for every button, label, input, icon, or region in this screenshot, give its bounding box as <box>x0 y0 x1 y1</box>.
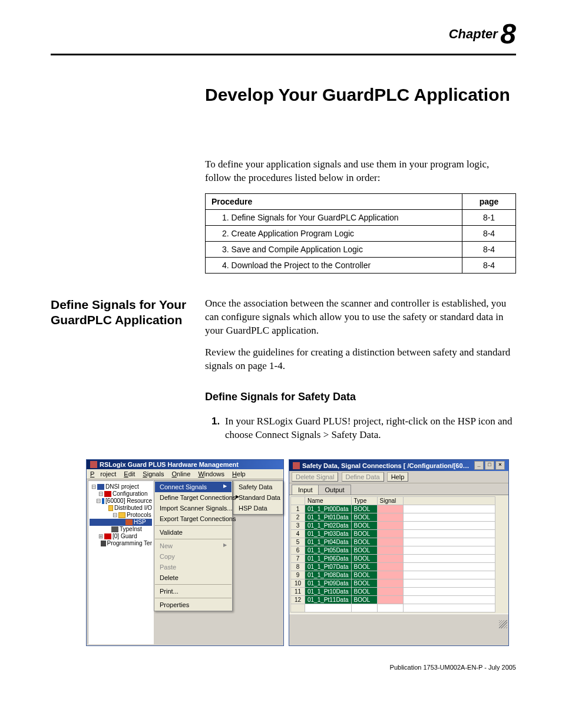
tree-item[interactable]: Distributed I/O <box>90 505 152 512</box>
cell-signal[interactable] <box>377 579 403 588</box>
context-menu-item[interactable]: Validate <box>155 527 232 538</box>
context-menu-item[interactable]: Connect Signals▶ <box>155 482 232 492</box>
menu-help[interactable]: Help <box>232 470 246 477</box>
cell-signal[interactable] <box>377 571 403 579</box>
menu-signals[interactable]: Signals <box>143 470 164 477</box>
cell-type[interactable]: BOOL <box>351 571 377 579</box>
row-number[interactable]: 6 <box>291 546 305 555</box>
table-row[interactable]: 801_1_Pt07DataBOOL <box>291 563 495 571</box>
row-number[interactable]: 2 <box>291 513 305 522</box>
row-number[interactable]: 12 <box>291 596 305 604</box>
table-row[interactable]: 201_1_Pt01DataBOOL <box>291 513 495 522</box>
close-icon[interactable]: × <box>495 461 505 470</box>
help-button[interactable]: Help <box>387 472 409 482</box>
context-menu-item[interactable]: Print... <box>155 586 232 597</box>
table-row[interactable]: 301_1_Pt02DataBOOL <box>291 522 495 530</box>
context-menu-item[interactable]: Export Target Connections <box>155 513 232 524</box>
cell-name[interactable]: 01_1_Pt11Data <box>305 596 352 604</box>
table-row[interactable]: 601_1_Pt05DataBOOL <box>291 546 495 555</box>
tree-item[interactable]: ⊟[60000] Resource <box>90 498 152 505</box>
tree-item[interactable]: Programming Ter <box>90 540 152 547</box>
context-menu[interactable]: Connect Signals▶Define Target Connection… <box>154 480 233 611</box>
tree-item[interactable]: ⊟Configuration <box>90 490 152 498</box>
submenu-item[interactable]: Safety Data <box>234 482 282 492</box>
cell-type[interactable]: BOOL <box>351 538 377 546</box>
tree-item[interactable]: ⊞[0] Guard <box>90 533 152 540</box>
row-number[interactable]: 8 <box>291 563 305 571</box>
grid-col-signal[interactable]: Signal <box>377 497 403 505</box>
row-number[interactable]: 7 <box>291 555 305 563</box>
table-row[interactable]: 1001_1_Pt09DataBOOL <box>291 579 495 588</box>
cell-signal[interactable] <box>377 555 403 563</box>
cell-name[interactable]: 01_1_Pt07Data <box>305 563 352 571</box>
tree-item[interactable]: ⊟DNSI project <box>90 483 152 490</box>
cell-name[interactable]: 01_1_Pt03Data <box>305 530 352 538</box>
row-number[interactable]: 11 <box>291 588 305 596</box>
cell-name[interactable]: 01_1_Pt00Data <box>305 505 352 513</box>
titlebar[interactable]: RSLogix Guard PLUS Hardware Management <box>87 460 283 469</box>
context-menu-item[interactable]: Define Target Connections▶ <box>155 492 232 503</box>
cell-name[interactable]: 01_1_Pt10Data <box>305 588 352 596</box>
submenu-item[interactable]: HSP Data <box>234 503 282 513</box>
table-row[interactable]: 501_1_Pt04DataBOOL <box>291 538 495 546</box>
context-submenu[interactable]: Safety DataStandard DataHSP Data <box>233 480 283 515</box>
menubar[interactable]: Project Edit Signals Online Windows Help <box>87 469 283 479</box>
context-menu-item[interactable]: Properties <box>155 599 232 610</box>
tab-input[interactable]: Input <box>292 485 319 495</box>
cell-name[interactable]: 01_1_Pt06Data <box>305 555 352 563</box>
cell-type[interactable]: BOOL <box>351 546 377 555</box>
cell-name[interactable]: 01_1_Pt08Data <box>305 571 352 579</box>
define-data-button[interactable]: Define Data <box>342 472 384 482</box>
cell-type[interactable]: BOOL <box>351 596 377 604</box>
table-row[interactable]: 1101_1_Pt10DataBOOL <box>291 588 495 596</box>
table-row[interactable]: 701_1_Pt06DataBOOL <box>291 555 495 563</box>
cell-signal[interactable] <box>377 522 403 530</box>
cell-name[interactable]: 01_1_Pt05Data <box>305 546 352 555</box>
row-number[interactable]: 4 <box>291 530 305 538</box>
row-number[interactable]: 5 <box>291 538 305 546</box>
submenu-item[interactable]: Standard Data <box>234 492 282 503</box>
project-tree[interactable]: ⊟DNSI project⊟Configuration⊟[60000] Reso… <box>88 480 154 644</box>
table-row[interactable]: 401_1_Pt03DataBOOL <box>291 530 495 538</box>
cell-signal[interactable] <box>377 596 403 604</box>
cell-type[interactable]: BOOL <box>351 522 377 530</box>
menu-edit[interactable]: Edit <box>124 470 135 477</box>
menu-project[interactable]: Project <box>90 470 116 477</box>
delete-signal-button[interactable]: Delete Signal <box>292 472 338 482</box>
cell-type[interactable]: BOOL <box>351 513 377 522</box>
context-menu-item[interactable]: Import Scanner Signals... <box>155 503 232 513</box>
signal-grid[interactable]: NameTypeSignal101_1_Pt00DataBOOL201_1_Pt… <box>290 496 495 612</box>
cell-type[interactable]: BOOL <box>351 588 377 596</box>
cell-signal[interactable] <box>377 538 403 546</box>
cell-signal[interactable] <box>377 588 403 596</box>
tree-item[interactable]: HSP <box>90 519 152 526</box>
table-row[interactable]: 101_1_Pt00DataBOOL <box>291 505 495 513</box>
menu-online[interactable]: Online <box>172 470 191 477</box>
cell-signal[interactable] <box>377 530 403 538</box>
cell-name[interactable]: 01_1_Pt02Data <box>305 522 352 530</box>
row-number[interactable]: 1 <box>291 505 305 513</box>
cell-name[interactable]: 01_1_Pt04Data <box>305 538 352 546</box>
cell-type[interactable]: BOOL <box>351 563 377 571</box>
grid-col-type[interactable]: Type <box>351 497 377 505</box>
minimize-icon[interactable]: _ <box>474 461 484 470</box>
tree-item[interactable]: ⊟Protocols <box>90 512 152 519</box>
menu-windows[interactable]: Windows <box>198 470 224 477</box>
row-number[interactable]: 9 <box>291 571 305 579</box>
cell-type[interactable]: BOOL <box>351 505 377 513</box>
resize-grip-icon[interactable] <box>499 620 507 628</box>
cell-signal[interactable] <box>377 505 403 513</box>
row-number[interactable]: 10 <box>291 579 305 588</box>
maximize-icon[interactable]: □ <box>485 461 494 470</box>
titlebar[interactable]: Safety Data, Signal Connections [ /Confi… <box>289 460 508 471</box>
cell-type[interactable]: BOOL <box>351 530 377 538</box>
cell-signal[interactable] <box>377 513 403 522</box>
tree-item[interactable]: TypeInst <box>90 526 152 533</box>
table-row[interactable]: 1201_1_Pt11DataBOOL <box>291 596 495 604</box>
cell-signal[interactable] <box>377 563 403 571</box>
cell-signal[interactable] <box>377 546 403 555</box>
cell-name[interactable]: 01_1_Pt09Data <box>305 579 352 588</box>
context-menu-item[interactable]: Delete <box>155 572 232 583</box>
cell-type[interactable]: BOOL <box>351 579 377 588</box>
grid-col-name[interactable]: Name <box>305 497 352 505</box>
